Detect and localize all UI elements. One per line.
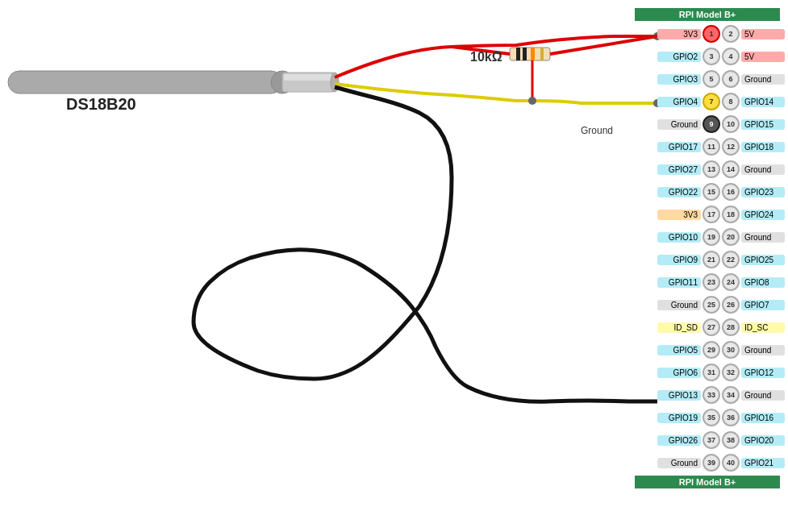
pin-label-left: GPIO22 (657, 187, 701, 197)
pin-circle-right: 36 (722, 409, 740, 426)
pin-label-left: Ground (657, 458, 701, 468)
pin-circle-right: 38 (722, 431, 740, 449)
pin-circle-left: 29 (703, 341, 720, 359)
pin-circle-right: 12 (722, 138, 740, 156)
pin-row: GPIO2345V (630, 45, 785, 68)
pin-label-left: GPIO3 (657, 74, 701, 85)
pin-rows: 3V3125VGPIO2345VGPIO356GroundGPIO478GPIO… (627, 23, 788, 474)
pin-row: 3V31718GPIO24 (630, 203, 785, 226)
svg-rect-3 (284, 74, 333, 81)
pin-circle-left: 11 (703, 138, 720, 156)
pin-label-left: GPIO19 (657, 413, 701, 423)
pin-circle-right: 34 (722, 386, 740, 404)
pin-row: GPIO221516GPIO23 (630, 181, 785, 203)
pin-label-right: GPIO15 (741, 119, 785, 130)
pin-circle-left: 17 (703, 206, 720, 223)
pin-label-left: 3V3 (657, 210, 701, 220)
pin-circle-left: 1 (703, 25, 720, 43)
svg-rect-10 (531, 48, 535, 60)
pin-label-left: Ground (657, 119, 701, 130)
pin-circle-left: 39 (703, 454, 720, 472)
svg-rect-11 (540, 48, 544, 60)
pin-board: RPI Model B+ 3V3125VGPIO2345VGPIO356Grou… (627, 8, 788, 490)
pin-circle-right: 16 (722, 183, 740, 201)
pin-row: Ground2526GPIO7 (630, 293, 785, 316)
pin-circle-right: 32 (722, 364, 740, 381)
pin-label-left: GPIO5 (657, 345, 701, 355)
resistor-label: 10kΩ (470, 50, 502, 64)
pin-label-right: Ground (741, 232, 785, 243)
pin-circle-left: 5 (703, 70, 720, 88)
svg-rect-8 (516, 48, 520, 60)
pin-circle-right: 18 (722, 206, 740, 223)
diagram-container: { "title": "DS18B20 to Raspberry Pi Mode… (0, 0, 788, 532)
pin-label-left: GPIO11 (657, 277, 701, 288)
pin-row: GPIO478GPIO14 (630, 90, 785, 113)
pin-row: GPIO101920Ground (630, 226, 785, 248)
pin-circle-right: 14 (722, 160, 740, 178)
pin-label-right: GPIO21 (741, 458, 785, 468)
pin-label-right: Ground (741, 74, 785, 85)
pin-row: ID_SD2728ID_SC (630, 316, 785, 339)
svg-rect-7 (510, 48, 550, 60)
pin-circle-right: 40 (722, 454, 740, 472)
pin-circle-right: 6 (722, 70, 740, 88)
pin-circle-left: 13 (703, 160, 720, 178)
svg-rect-0 (8, 71, 282, 94)
pin-label-left: GPIO10 (657, 232, 701, 243)
pin-circle-left: 37 (703, 431, 720, 449)
board-label-bottom: RPI Model B+ (635, 476, 780, 488)
pin-circle-left: 21 (703, 251, 720, 268)
pin-label-right: GPIO16 (741, 413, 785, 423)
pin-circle-right: 28 (722, 318, 740, 336)
svg-rect-9 (523, 48, 527, 60)
pin-label-right: GPIO23 (741, 187, 785, 197)
pin-circle-left: 27 (703, 318, 720, 336)
pin-label-left: GPIO17 (657, 142, 701, 152)
pin-circle-right: 8 (722, 93, 740, 110)
pin-label-right: Ground (741, 390, 785, 401)
pin-label-right: GPIO18 (741, 142, 785, 152)
pin-label-left: 3V3 (657, 29, 701, 39)
pin-circle-left: 25 (703, 296, 720, 314)
pin-label-right: Ground (741, 164, 785, 175)
pin-label-left: GPIO2 (657, 52, 701, 62)
pin-label-right: 5V (741, 29, 785, 39)
ground-wire-label: Ground (581, 125, 613, 136)
pin-circle-right: 30 (722, 341, 740, 359)
svg-point-15 (528, 97, 536, 105)
pin-label-left: GPIO26 (657, 435, 701, 446)
pin-label-right: GPIO24 (741, 210, 785, 220)
pin-label-right: GPIO7 (741, 300, 785, 310)
pin-label-right: GPIO25 (741, 255, 785, 265)
pin-circle-left: 19 (703, 228, 720, 246)
pin-row: GPIO92122GPIO25 (630, 248, 785, 271)
pin-circle-left: 35 (703, 409, 720, 426)
pin-row: GPIO263738GPIO20 (630, 429, 785, 451)
board-label-top: RPI Model B+ (635, 8, 780, 21)
pin-label-left: GPIO27 (657, 164, 701, 175)
pin-circle-right: 24 (722, 273, 740, 291)
pin-circle-left: 3 (703, 48, 720, 65)
pin-circle-left: 23 (703, 273, 720, 291)
pin-circle-right: 20 (722, 228, 740, 246)
pin-label-left: GPIO13 (657, 390, 701, 401)
pin-row: Ground910GPIO15 (630, 113, 785, 135)
pin-label-left: GPIO6 (657, 368, 701, 378)
pin-label-right: ID_SC (741, 322, 785, 333)
pin-label-right: 5V (741, 52, 785, 62)
pin-label-right: Ground (741, 345, 785, 355)
pin-row: GPIO356Ground (630, 68, 785, 90)
pin-circle-left: 15 (703, 183, 720, 201)
pin-circle-left: 33 (703, 386, 720, 404)
pin-label-left: GPIO4 (657, 97, 701, 107)
pin-circle-left: 9 (703, 115, 720, 133)
pin-row: GPIO193536GPIO16 (630, 406, 785, 429)
pin-circle-left: 31 (703, 364, 720, 381)
pin-label-left: ID_SD (657, 322, 701, 333)
pin-row: 3V3125V (630, 23, 785, 45)
pin-circle-right: 22 (722, 251, 740, 268)
pin-row: GPIO112324GPIO8 (630, 271, 785, 293)
pin-label-right: GPIO12 (741, 368, 785, 378)
pin-label-left: GPIO9 (657, 255, 701, 265)
